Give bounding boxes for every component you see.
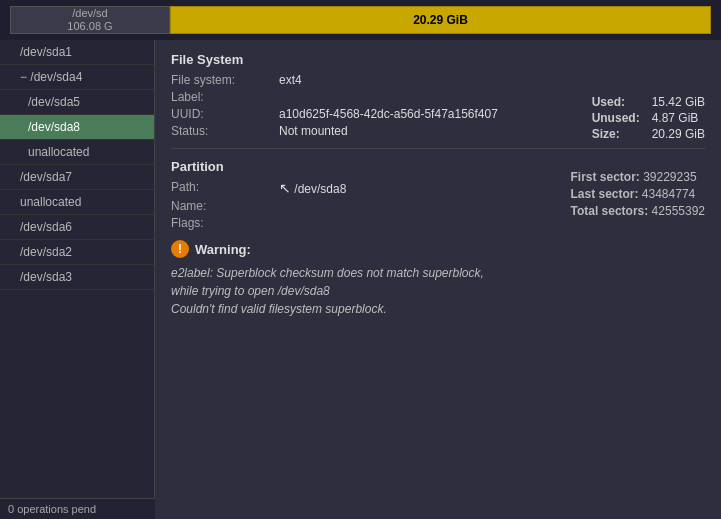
filesystem-value: ext4	[279, 73, 705, 87]
top-bar: /dev/sd 106.08 G 20.29 GiB	[0, 0, 721, 40]
total-sectors-label: Total sectors:	[570, 204, 648, 218]
sidebar-item-unallocated1[interactable]: unallocated	[0, 140, 154, 165]
filesystem-label: File system:	[171, 73, 271, 87]
uuid-label: UUID:	[171, 107, 271, 121]
size-label: Size:	[592, 127, 640, 141]
sidebar-item-sda7[interactable]: /dev/sda7	[0, 165, 154, 190]
right-info-block: Used: 15.42 GiB Unused: 4.87 GiB Size: 2…	[592, 95, 705, 141]
sidebar-item-sda3[interactable]: /dev/sda3	[0, 265, 154, 290]
sidebar-item-sda2[interactable]: /dev/sda2	[0, 240, 154, 265]
warning-text: e2label: Superblock checksum does not ma…	[171, 264, 705, 318]
used-value: 15.42 GiB	[652, 95, 705, 109]
sidebar-item-sda4[interactable]: − /dev/sda4	[0, 65, 154, 90]
disk-main-label: 20.29 GiB	[413, 13, 468, 27]
disk-segment-left: /dev/sd 106.08 G	[10, 6, 170, 34]
last-sector-value: 43484774	[642, 187, 695, 201]
warning-line-1: e2label: Superblock checksum does not ma…	[171, 266, 484, 280]
disk-bar: /dev/sd 106.08 G 20.29 GiB	[10, 6, 711, 34]
status-bar: 0 operations pend	[0, 498, 155, 519]
last-sector-row: Last sector: 43484774	[570, 187, 705, 201]
warning-label: Warning:	[195, 242, 251, 257]
unused-value: 4.87 GiB	[652, 111, 705, 125]
warning-line-3: Couldn't find valid filesystem superbloc…	[171, 302, 387, 316]
divider1	[171, 148, 705, 149]
main-area: /dev/sda1 − /dev/sda4 /dev/sda5 /dev/sda…	[0, 40, 721, 519]
sector-info: First sector: 39229235 Last sector: 4348…	[570, 170, 705, 221]
sidebar-item-sda5[interactable]: /dev/sda5	[0, 90, 154, 115]
filesystem-section-title: File System	[171, 52, 705, 67]
cursor-icon: ↖	[279, 180, 291, 196]
first-sector-value: 39229235	[643, 170, 696, 184]
total-sectors-value: 42555392	[652, 204, 705, 218]
sidebar-item-sda8[interactable]: /dev/sda8	[0, 115, 154, 140]
last-sector-label: Last sector:	[570, 187, 638, 201]
total-sectors-row: Total sectors: 42555392	[570, 204, 705, 218]
disk-left-label: /dev/sd 106.08 G	[67, 7, 112, 33]
warning-title: ! Warning:	[171, 240, 705, 258]
content-panel: File System File system: ext4 Label: UUI…	[155, 40, 721, 519]
flags-label: Flags:	[171, 216, 271, 230]
status-label: Status:	[171, 124, 271, 138]
disk-segment-main: 20.29 GiB	[170, 6, 711, 34]
first-sector-row: First sector: 39229235	[570, 170, 705, 184]
size-value: 20.29 GiB	[652, 127, 705, 141]
sidebar: /dev/sda1 − /dev/sda4 /dev/sda5 /dev/sda…	[0, 40, 155, 519]
sidebar-item-sda1[interactable]: /dev/sda1	[0, 40, 154, 65]
name-label: Name:	[171, 199, 271, 213]
path-label: Path:	[171, 180, 271, 196]
warning-line-2: while trying to open /dev/sda8	[171, 284, 330, 298]
warning-block: ! Warning: e2label: Superblock checksum …	[171, 240, 705, 318]
used-label: Used:	[592, 95, 640, 109]
sidebar-item-sda6[interactable]: /dev/sda6	[0, 215, 154, 240]
partition-list: /dev/sda1 − /dev/sda4 /dev/sda5 /dev/sda…	[0, 40, 154, 290]
label-label: Label:	[171, 90, 271, 104]
sidebar-item-unallocated2[interactable]: unallocated	[0, 190, 154, 215]
unused-label: Unused:	[592, 111, 640, 125]
first-sector-label: First sector:	[570, 170, 639, 184]
app-container: /dev/sd 106.08 G 20.29 GiB /dev/sda1 − /…	[0, 0, 721, 519]
warning-icon: !	[171, 240, 189, 258]
right-info-grid: Used: 15.42 GiB Unused: 4.87 GiB Size: 2…	[592, 95, 705, 141]
